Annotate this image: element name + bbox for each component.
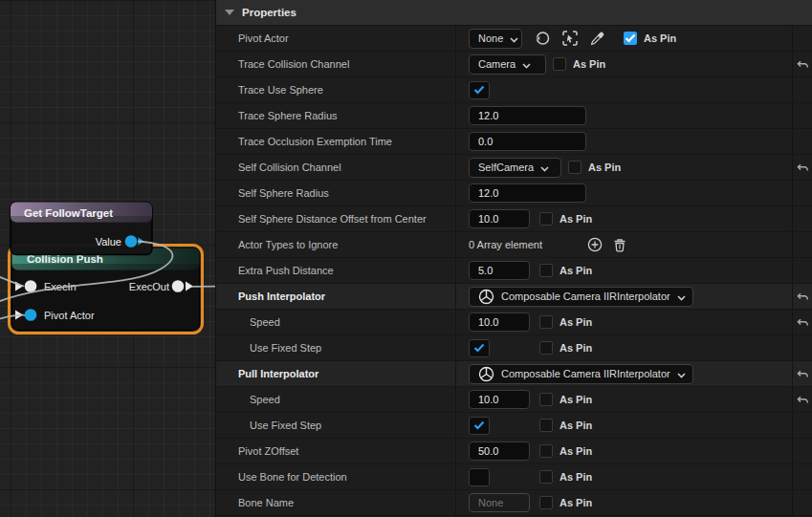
property-label: Self Collision Channel (238, 162, 341, 173)
checkbox-container (469, 339, 539, 357)
reset-cell (792, 129, 812, 154)
blueprint-graph[interactable]: Collision Push ExecIn ExecOut Pi (0, 0, 215, 517)
property-value-cell: NoneAs Pin (456, 26, 792, 51)
property-value-cell: As Pin (456, 206, 792, 231)
value-checkbox[interactable] (469, 339, 490, 357)
value-checkbox[interactable] (469, 468, 490, 486)
chevron-down-icon (540, 159, 549, 176)
value-checkbox[interactable] (469, 417, 490, 435)
pivot-actor-dropdown[interactable]: None (469, 29, 522, 49)
value-dropdown[interactable]: Camera (469, 54, 546, 75)
as-pin-checkbox[interactable] (539, 341, 553, 355)
use-selected-icon (535, 31, 550, 46)
as-pin-checkbox[interactable] (539, 393, 553, 406)
add-array-element-button[interactable] (587, 237, 603, 252)
value-dropdown[interactable]: SelfCamera (469, 158, 561, 178)
property-label: Pivot ZOffset (238, 445, 298, 457)
node-get-followtarget[interactable]: Get FollowTarget Value (11, 203, 152, 255)
as-pin-checkbox[interactable] (539, 470, 553, 484)
check-icon (473, 420, 485, 430)
reset-cell (792, 464, 812, 489)
reset-to-default-button[interactable] (797, 162, 809, 173)
property-value-cell: As Pin (456, 310, 792, 334)
object-class-icon (478, 289, 494, 305)
collapse-arrow-icon[interactable] (225, 10, 234, 15)
delete-array-button[interactable] (613, 238, 626, 252)
chevron-down-icon (540, 166, 549, 172)
reset-cell (792, 258, 812, 283)
as-pin-group: As Pin (568, 161, 621, 174)
pivot-actor-pin[interactable]: Pivot Actor (15, 309, 95, 321)
value-input[interactable] (469, 442, 530, 461)
reset-cell (792, 413, 812, 438)
dropdown-value: None (478, 32, 503, 44)
reset-to-default-icon (797, 369, 809, 379)
eyedropper-button[interactable] (590, 32, 604, 46)
reset-cell (792, 77, 812, 102)
chevron-down-icon (510, 37, 518, 43)
property-label: Use Bone for Detection (238, 471, 347, 483)
property-label: Trace Sphere Radius (238, 110, 338, 121)
value-input[interactable] (469, 390, 530, 409)
property-label: Trace Collision Channel (238, 58, 349, 70)
as-pin-group: As Pin (539, 444, 592, 458)
use-selected-button[interactable] (535, 31, 550, 46)
property-value-cell: As Pin (456, 490, 792, 515)
reset-cell (792, 310, 812, 334)
value-input[interactable] (469, 106, 586, 125)
as-pin-checkbox[interactable] (539, 419, 553, 432)
value-input[interactable] (469, 312, 530, 332)
reset-to-default-button[interactable] (797, 317, 809, 328)
value-input[interactable] (469, 209, 530, 228)
as-pin-checkbox[interactable] (539, 264, 553, 277)
property-value-cell (456, 103, 792, 128)
chevron-down-icon (677, 295, 686, 301)
as-pin-checkbox[interactable] (539, 444, 553, 458)
property-label: Trace Use Sphere (238, 84, 323, 96)
as-pin-checkbox[interactable] (624, 32, 637, 45)
exec-out-label: ExecOut (129, 281, 169, 292)
property-label: Trace Occlusion Exemption Time (238, 136, 392, 147)
add-array-element-icon (587, 237, 603, 252)
property-label: Pivot Actor (238, 32, 289, 44)
node-collision-push[interactable]: Collision Push ExecIn ExecOut Pi (10, 246, 203, 334)
as-pin-group: As Pin (539, 341, 592, 355)
interpolator-dropdown[interactable]: Composable Camera IIRInterpolator (469, 364, 693, 384)
property-row: Use Fixed StepAs Pin (216, 335, 812, 361)
value-checkbox[interactable] (469, 81, 490, 99)
as-pin-checkbox[interactable] (539, 315, 553, 329)
reset-cell (792, 181, 812, 205)
as-pin-checkbox[interactable] (539, 212, 553, 226)
property-value-cell: Composable Camera IIRInterpolator (456, 284, 792, 309)
reset-to-default-icon (797, 162, 809, 173)
node-title: Get FollowTarget (24, 207, 113, 219)
value-input[interactable] (469, 261, 530, 280)
property-row: SpeedAs Pin (216, 310, 812, 335)
value-input[interactable] (469, 183, 586, 203)
reset-to-default-button[interactable] (797, 369, 809, 379)
reset-to-default-button[interactable] (797, 59, 809, 70)
property-label-cell: Bone Name (216, 490, 456, 515)
property-row: Use Bone for DetectionAs Pin (216, 464, 812, 490)
dropdown-value: SelfCamera (478, 162, 534, 173)
value-input[interactable] (469, 132, 586, 151)
as-pin-label: As Pin (588, 162, 621, 173)
reset-to-default-button[interactable] (797, 291, 809, 302)
as-pin-checkbox[interactable] (568, 161, 582, 174)
reset-to-default-icon (797, 395, 809, 405)
property-row: Self Sphere Distance Offset from CenterA… (216, 206, 812, 232)
property-label-cell: Use Bone for Detection (216, 464, 456, 489)
as-pin-checkbox[interactable] (539, 496, 553, 509)
value-input[interactable] (469, 493, 530, 512)
interpolator-dropdown[interactable]: Composable Camera IIRInterpolator (469, 287, 693, 307)
as-pin-group: As Pin (539, 419, 592, 432)
as-pin-checkbox[interactable] (553, 57, 566, 71)
property-label-cell: Self Sphere Radius (216, 181, 456, 205)
properties-header[interactable]: Properties (216, 0, 812, 26)
eyedropper-icon (590, 32, 604, 46)
property-label-cell: Pivot ZOffset (216, 439, 456, 463)
property-row: Use Fixed StepAs Pin (216, 413, 812, 439)
select-object-button[interactable] (562, 31, 578, 46)
property-label-cell: Trace Occlusion Exemption Time (216, 129, 456, 154)
reset-to-default-button[interactable] (797, 395, 809, 405)
